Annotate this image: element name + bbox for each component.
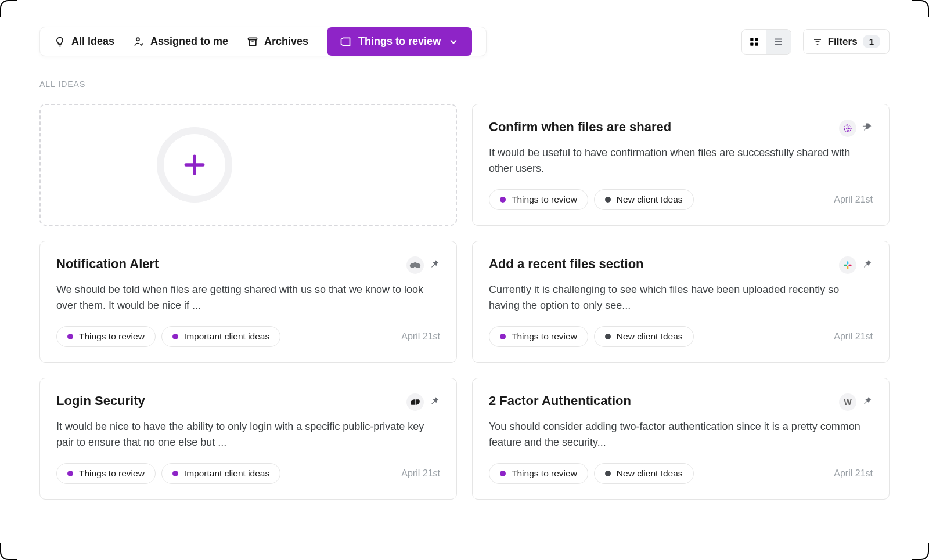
- svg-point-17: [416, 263, 420, 268]
- svg-rect-19: [844, 265, 847, 266]
- pin-icon[interactable]: [861, 395, 873, 409]
- card-description: You should consider adding two-factor au…: [489, 419, 873, 450]
- section-label: ALL IDEAS: [39, 80, 890, 89]
- pin-icon[interactable]: [861, 258, 873, 272]
- pin-icon[interactable]: [429, 258, 440, 272]
- tab-things-to-review[interactable]: Things to review: [327, 27, 472, 56]
- filters-count: 1: [863, 35, 880, 48]
- grid-view-button[interactable]: [742, 30, 766, 54]
- card-title: Notification Alert: [56, 256, 159, 272]
- tab-assigned-to-me[interactable]: Assigned to me: [133, 35, 228, 48]
- list-icon: [773, 37, 784, 47]
- card-title: Add a recent files section: [489, 256, 644, 272]
- avatar: W: [839, 393, 856, 411]
- card-date: April 21st: [834, 331, 873, 342]
- zendesk-icon: [406, 393, 424, 411]
- list-view-button[interactable]: [766, 30, 791, 54]
- tag[interactable]: Important client ideas: [161, 326, 280, 347]
- card-description: It would be useful to have confirmation …: [489, 145, 873, 176]
- globe-icon: [839, 120, 856, 137]
- person-check-icon: [133, 36, 145, 48]
- tag[interactable]: Important client ideas: [161, 463, 280, 484]
- tag[interactable]: Things to review: [489, 189, 588, 210]
- add-circle: [157, 127, 232, 203]
- card-date: April 21st: [834, 468, 873, 479]
- pin-icon[interactable]: [429, 395, 440, 409]
- filters-label: Filters: [828, 36, 858, 48]
- svg-rect-20: [847, 266, 849, 269]
- tag[interactable]: Things to review: [56, 463, 156, 484]
- tab-label: Archives: [264, 35, 308, 48]
- card-description: Currently it is challenging to see which…: [489, 282, 873, 313]
- card-description: It would be nice to have the ability to …: [56, 419, 440, 450]
- idea-card[interactable]: Notification Alert We should be told whe…: [39, 241, 457, 363]
- svg-rect-4: [750, 42, 753, 45]
- view-toggle: [741, 29, 791, 55]
- tab-all-ideas[interactable]: All Ideas: [54, 35, 114, 48]
- tag[interactable]: Things to review: [489, 326, 588, 347]
- cards-grid: Confirm when files are shared It would b…: [39, 104, 890, 500]
- card-date: April 21st: [834, 194, 873, 205]
- add-idea-card[interactable]: [39, 104, 457, 226]
- pin-icon[interactable]: [861, 121, 873, 135]
- card-title: 2 Factor Authentication: [489, 393, 631, 409]
- svg-rect-21: [848, 265, 851, 266]
- slack-icon: [839, 256, 856, 274]
- chevron-down-icon: [448, 36, 459, 48]
- tab-bar: All Ideas Assigned to me Archives Things…: [39, 27, 487, 56]
- plus-icon: [182, 152, 207, 178]
- tag[interactable]: Things to review: [56, 326, 156, 347]
- tab-label: Assigned to me: [150, 35, 228, 48]
- idea-card[interactable]: Add a recent files section Currently it …: [472, 241, 890, 363]
- card-date: April 21st: [401, 331, 440, 342]
- card-date: April 21st: [401, 468, 440, 479]
- svg-point-0: [136, 38, 139, 41]
- svg-rect-18: [847, 261, 849, 264]
- tag[interactable]: New client Ideas: [594, 326, 694, 347]
- lightbulb-icon: [54, 36, 66, 48]
- svg-rect-5: [755, 42, 758, 45]
- card-description: We should be told when files are getting…: [56, 282, 440, 313]
- grid-icon: [749, 37, 759, 47]
- tag-icon: [340, 36, 351, 48]
- salesforce-icon: [406, 256, 424, 274]
- idea-card[interactable]: Confirm when files are shared It would b…: [472, 104, 890, 226]
- tag[interactable]: New client Ideas: [594, 189, 694, 210]
- card-title: Confirm when files are shared: [489, 120, 671, 135]
- idea-card[interactable]: 2 Factor Authentication W You should con…: [472, 378, 890, 500]
- archive-icon: [247, 36, 258, 48]
- filter-icon: [813, 37, 822, 46]
- tab-label: All Ideas: [71, 35, 114, 48]
- svg-rect-2: [750, 38, 753, 41]
- tab-archives[interactable]: Archives: [247, 35, 308, 48]
- svg-rect-3: [755, 38, 758, 41]
- filters-button[interactable]: Filters 1: [803, 29, 890, 54]
- svg-rect-1: [249, 38, 257, 39]
- tag[interactable]: New client Ideas: [594, 463, 694, 484]
- tag[interactable]: Things to review: [489, 463, 588, 484]
- idea-card[interactable]: Login Security It would be nice to have …: [39, 378, 457, 500]
- card-title: Login Security: [56, 393, 145, 409]
- tab-label: Things to review: [358, 35, 441, 48]
